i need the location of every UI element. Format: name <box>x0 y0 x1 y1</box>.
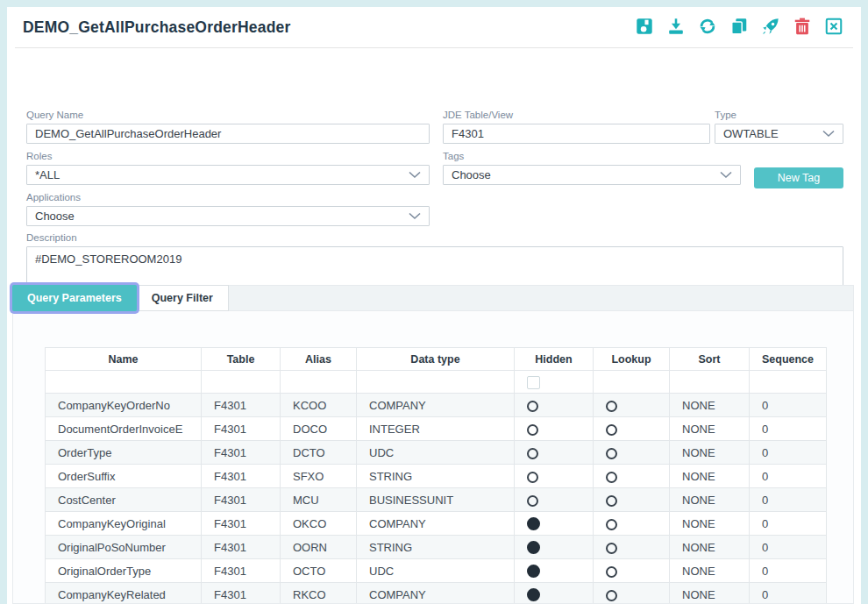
hidden-radio[interactable] <box>527 565 540 578</box>
cell-alias: OCTO <box>281 559 357 583</box>
cell-table: F4301 <box>202 536 281 559</box>
filter-cell-table[interactable] <box>202 371 281 394</box>
hidden-radio[interactable] <box>527 588 540 601</box>
lookup-radio[interactable] <box>606 448 617 459</box>
hidden-radio[interactable] <box>527 472 538 483</box>
chevron-down-icon <box>822 130 835 138</box>
cell-data-type: INTEGER <box>357 417 515 441</box>
lookup-radio[interactable] <box>606 495 617 507</box>
tab-query-parameters[interactable]: Query Parameters <box>12 285 137 311</box>
column-header-sequence: Sequence <box>750 348 827 371</box>
trash-icon[interactable] <box>792 16 813 37</box>
cell-sort: NONE <box>670 583 750 604</box>
cell-alias: DOCO <box>281 417 357 441</box>
tab-bar: Query Parameters Query Filter <box>12 285 854 311</box>
cell-name: CompanyKeyOrderNo <box>46 394 202 417</box>
cell-alias: KCOO <box>281 394 357 417</box>
hidden-radio[interactable] <box>527 448 538 459</box>
lookup-radio[interactable] <box>606 543 617 554</box>
cell-hidden <box>515 441 594 465</box>
jde-table-view-label: JDE Table/View <box>443 110 710 120</box>
cell-alias: SFXO <box>281 465 357 488</box>
cell-alias: OKCO <box>281 512 357 536</box>
jde-table-view-input[interactable] <box>443 124 710 144</box>
download-icon[interactable] <box>665 16 687 37</box>
cell-sequence: 0 <box>750 583 827 604</box>
cell-lookup <box>594 536 670 559</box>
query-name-input[interactable] <box>26 124 430 144</box>
roles-label: Roles <box>26 151 430 161</box>
table-header-row: Name Table Alias Data type Hidden Lookup… <box>46 348 827 371</box>
filter-cell-data-type[interactable] <box>357 371 515 394</box>
cell-sort: NONE <box>670 536 750 559</box>
tags-select[interactable]: Choose <box>443 165 741 185</box>
cell-sequence: 0 <box>750 536 827 559</box>
cell-name: CompanyKeyOriginal <box>46 512 202 536</box>
close-icon[interactable] <box>823 16 844 37</box>
cell-data-type: UDC <box>357 441 515 465</box>
cell-sequence: 0 <box>750 512 827 536</box>
filter-cell-name[interactable] <box>46 371 202 394</box>
filter-cell-lookup <box>594 371 670 394</box>
cell-lookup <box>594 512 670 536</box>
cell-name: CompanyKeyRelated <box>46 583 202 604</box>
cell-sequence: 0 <box>750 417 827 441</box>
cell-data-type: COMPANY <box>357 394 515 417</box>
table-filter-row <box>46 371 827 394</box>
applications-label: Applications <box>26 192 430 203</box>
rocket-icon[interactable] <box>760 16 781 37</box>
cell-hidden <box>515 465 594 488</box>
roles-select-value: *ALL <box>35 168 60 181</box>
filter-cell-sort <box>670 371 750 394</box>
cell-hidden <box>515 417 594 441</box>
tags-label: Tags <box>443 151 741 161</box>
lookup-radio[interactable] <box>606 566 617 578</box>
refresh-icon[interactable] <box>697 16 718 37</box>
lookup-radio[interactable] <box>606 590 617 601</box>
cell-data-type: COMPANY <box>357 583 515 604</box>
new-tag-button[interactable]: New Tag <box>754 167 843 188</box>
hidden-radio[interactable] <box>527 517 540 530</box>
lookup-radio[interactable] <box>606 519 617 530</box>
cell-hidden <box>515 583 594 604</box>
lookup-radio[interactable] <box>606 472 617 483</box>
query-parameters-panel: Name Table Alias Data type Hidden Lookup… <box>12 311 854 604</box>
cell-hidden <box>515 512 594 536</box>
type-select[interactable]: OWTABLE <box>715 124 843 144</box>
filter-cell-alias[interactable] <box>281 371 357 394</box>
copy-icon[interactable] <box>729 16 750 37</box>
chevron-down-icon <box>409 212 421 220</box>
table-row: OrderSuffix F4301 SFXO STRING NONE 0 <box>46 465 827 488</box>
applications-select[interactable]: Choose <box>26 206 430 226</box>
cell-sort: NONE <box>670 465 750 488</box>
tags-select-value: Choose <box>452 168 491 181</box>
cell-sequence: 0 <box>750 465 827 488</box>
cell-data-type: COMPANY <box>357 512 515 536</box>
hidden-radio[interactable] <box>527 424 538 436</box>
hidden-radio[interactable] <box>527 541 540 554</box>
applications-select-value: Choose <box>35 210 75 223</box>
table-row: OrderType F4301 DCTO UDC NONE 0 <box>46 441 827 465</box>
column-header-name: Name <box>46 348 202 371</box>
column-header-alias: Alias <box>281 348 357 371</box>
cell-table: F4301 <box>202 583 281 604</box>
filter-cell-hidden <box>515 371 594 394</box>
lookup-radio[interactable] <box>606 424 617 436</box>
roles-select[interactable]: *ALL <box>26 165 430 185</box>
cell-hidden <box>515 488 594 512</box>
save-icon[interactable] <box>634 16 655 37</box>
tab-query-filter[interactable]: Query Filter <box>136 285 229 311</box>
cell-sort: NONE <box>670 441 750 465</box>
hidden-filter-checkbox[interactable] <box>527 376 540 389</box>
lookup-radio[interactable] <box>606 401 617 412</box>
cell-alias: OORN <box>281 536 357 559</box>
query-form: Query Name JDE Table/View Type OWTABLE R… <box>7 48 861 287</box>
cell-sequence: 0 <box>750 488 827 512</box>
hidden-radio[interactable] <box>527 401 538 412</box>
cell-lookup <box>594 465 670 488</box>
table-row: CostCenter F4301 MCU BUSINESSUNIT NONE 0 <box>46 488 827 512</box>
cell-data-type: STRING <box>357 465 515 488</box>
column-header-hidden: Hidden <box>515 348 594 371</box>
cell-table: F4301 <box>202 512 281 536</box>
hidden-radio[interactable] <box>527 495 538 507</box>
